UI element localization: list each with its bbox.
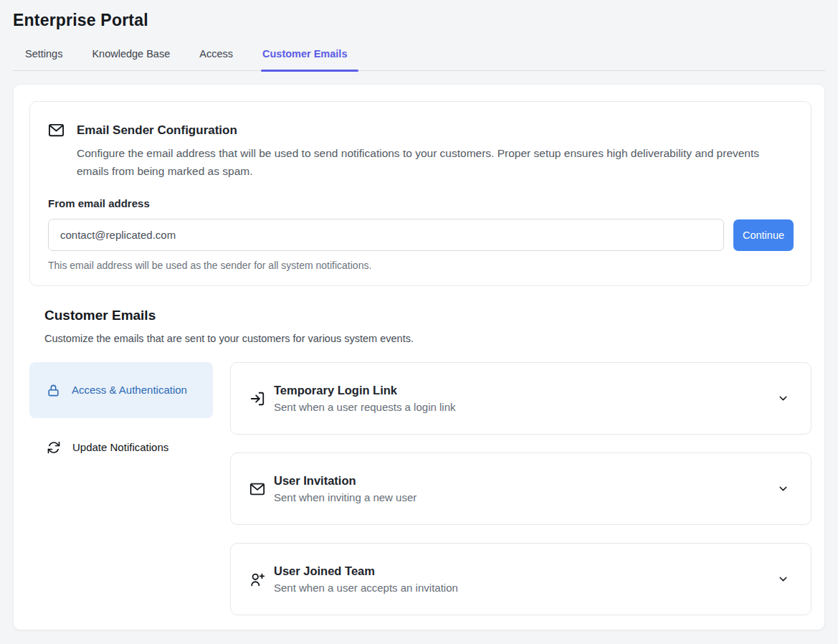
log-in-icon: [249, 391, 265, 407]
refresh-icon: [47, 440, 61, 455]
email-card-title: Temporary Login Link: [274, 384, 777, 397]
email-card-subtitle: Sent when a user accepts an invitation: [274, 582, 777, 594]
chevron-down-icon[interactable]: [777, 392, 789, 404]
tab-customer-emails[interactable]: Customer Emails: [262, 48, 347, 70]
sidebar-item-label: Update Notifications: [72, 439, 168, 455]
from-email-input[interactable]: [48, 219, 724, 251]
tab-bar: Settings Knowledge Base Access Customer …: [13, 30, 825, 71]
tab-settings[interactable]: Settings: [25, 48, 62, 70]
email-category-sidebar: Access & Authentication Update Notificat…: [29, 362, 213, 633]
email-sender-card: Email Sender Configuration Configure the…: [29, 101, 811, 286]
sender-config-title: Email Sender Configuration: [77, 123, 237, 138]
email-card-title: User Joined Team: [274, 564, 777, 578]
email-card-subtitle: Sent when inviting a new user: [274, 491, 777, 503]
email-card-temporary-login-link[interactable]: Temporary Login Link Sent when a user re…: [230, 362, 811, 435]
sender-config-description: Configure the email address that will be…: [77, 144, 776, 180]
chevron-down-icon[interactable]: [777, 483, 789, 495]
lock-icon: [47, 383, 60, 398]
sidebar-item-label: Access & Authentication: [72, 382, 187, 398]
tab-access[interactable]: Access: [199, 48, 233, 70]
sidebar-item-access-authentication[interactable]: Access & Authentication: [29, 362, 213, 418]
sender-helper-text: This email address will be used as the s…: [48, 260, 794, 271]
email-card-user-joined-team[interactable]: User Joined Team Sent when a user accept…: [230, 543, 811, 615]
customer-emails-heading: Customer Emails: [44, 308, 811, 323]
email-card-subtitle: Sent when a user requests a login link: [274, 401, 777, 413]
tab-knowledge-base[interactable]: Knowledge Base: [92, 48, 170, 70]
chevron-down-icon[interactable]: [777, 573, 789, 585]
page-header: Enterprise Portal: [0, 0, 838, 30]
email-list: Temporary Login Link Sent when a user re…: [230, 362, 811, 633]
continue-button[interactable]: Continue: [733, 219, 794, 251]
customer-emails-subtitle: Customize the emails that are sent to yo…: [44, 333, 811, 344]
from-email-label: From email address: [48, 197, 794, 209]
main-panel: Email Sender Configuration Configure the…: [13, 84, 825, 630]
mail-icon: [249, 481, 265, 497]
mail-icon: [48, 122, 65, 138]
sidebar-item-update-notifications[interactable]: Update Notifications: [29, 428, 213, 466]
page-title: Enterprise Portal: [13, 11, 825, 30]
email-card-user-invitation[interactable]: User Invitation Sent when inviting a new…: [230, 453, 811, 525]
email-card-title: User Invitation: [274, 474, 777, 488]
user-plus-icon: [249, 572, 265, 587]
